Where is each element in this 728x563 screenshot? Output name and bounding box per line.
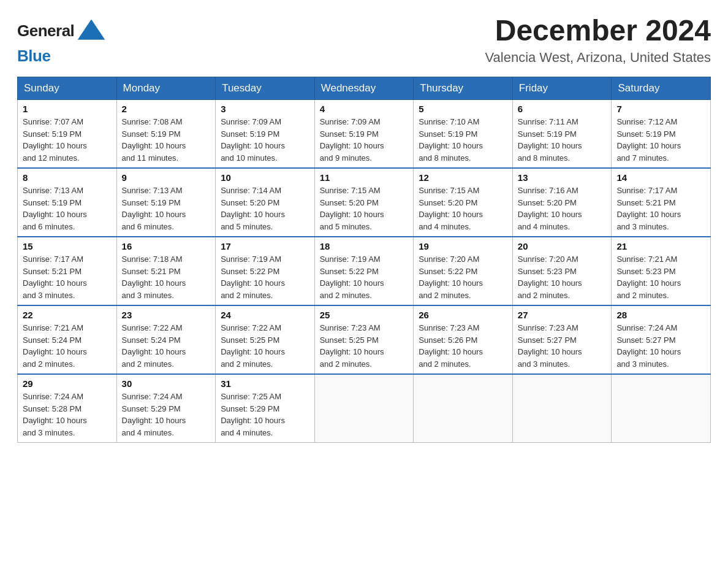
calendar-cell: 6Sunrise: 7:11 AMSunset: 5:19 PMDaylight… <box>512 100 612 169</box>
day-number: 31 <box>221 378 309 389</box>
day-info: Sunrise: 7:10 AMSunset: 5:19 PMDaylight:… <box>419 116 507 164</box>
day-info: Sunrise: 7:16 AMSunset: 5:20 PMDaylight:… <box>518 185 607 232</box>
day-info: Sunrise: 7:17 AMSunset: 5:21 PMDaylight:… <box>616 185 705 232</box>
logo-triangle-icon <box>75 15 107 47</box>
calendar-cell <box>414 374 513 443</box>
logo-blue-text: Blue <box>17 47 107 66</box>
day-info: Sunrise: 7:15 AMSunset: 5:20 PMDaylight:… <box>320 185 409 232</box>
day-number: 20 <box>518 241 607 251</box>
page-subtitle: Valencia West, Arizona, United States <box>485 50 711 66</box>
day-number: 25 <box>320 310 409 320</box>
calendar-cell: 18Sunrise: 7:19 AMSunset: 5:22 PMDayligh… <box>314 237 414 305</box>
calendar-cell: 3Sunrise: 7:09 AMSunset: 5:19 PMDaylight… <box>216 100 315 169</box>
day-number: 12 <box>419 172 507 183</box>
calendar-week-row: 15Sunrise: 7:17 AMSunset: 5:21 PMDayligh… <box>18 237 711 305</box>
day-info: Sunrise: 7:13 AMSunset: 5:19 PMDaylight:… <box>122 185 211 232</box>
day-info: Sunrise: 7:22 AMSunset: 5:25 PMDaylight:… <box>221 322 309 370</box>
calendar-header-thursday: Thursday <box>414 77 513 100</box>
calendar-cell: 14Sunrise: 7:17 AMSunset: 5:21 PMDayligh… <box>612 168 711 237</box>
calendar-cell: 1Sunrise: 7:07 AMSunset: 5:19 PMDaylight… <box>18 100 117 169</box>
day-info: Sunrise: 7:24 AMSunset: 5:27 PMDaylight:… <box>616 322 705 370</box>
day-number: 24 <box>221 310 309 320</box>
day-number: 11 <box>320 172 409 183</box>
day-info: Sunrise: 7:20 AMSunset: 5:22 PMDaylight:… <box>419 253 507 301</box>
logo: General Blue <box>17 15 107 66</box>
day-number: 10 <box>221 172 309 183</box>
day-number: 13 <box>518 172 607 183</box>
calendar-cell: 23Sunrise: 7:22 AMSunset: 5:24 PMDayligh… <box>116 305 216 374</box>
day-number: 29 <box>23 378 112 389</box>
calendar-cell: 20Sunrise: 7:20 AMSunset: 5:23 PMDayligh… <box>512 237 612 305</box>
day-info: Sunrise: 7:17 AMSunset: 5:21 PMDaylight:… <box>23 253 112 301</box>
calendar-cell: 26Sunrise: 7:23 AMSunset: 5:26 PMDayligh… <box>414 305 513 374</box>
calendar-header-friday: Friday <box>512 77 612 100</box>
day-number: 15 <box>23 241 112 251</box>
calendar-header-monday: Monday <box>116 77 216 100</box>
svg-marker-0 <box>78 19 105 39</box>
day-number: 19 <box>419 241 507 251</box>
day-number: 18 <box>320 241 409 251</box>
day-number: 30 <box>122 378 211 389</box>
day-number: 28 <box>616 310 705 320</box>
day-number: 4 <box>320 104 409 114</box>
day-info: Sunrise: 7:23 AMSunset: 5:26 PMDaylight:… <box>419 322 507 370</box>
calendar-cell: 11Sunrise: 7:15 AMSunset: 5:20 PMDayligh… <box>314 168 414 237</box>
logo-general-text: General <box>17 21 74 40</box>
day-info: Sunrise: 7:21 AMSunset: 5:23 PMDaylight:… <box>616 253 705 301</box>
day-number: 22 <box>23 310 112 320</box>
day-info: Sunrise: 7:25 AMSunset: 5:29 PMDaylight:… <box>221 391 309 439</box>
calendar-cell <box>314 374 414 443</box>
day-info: Sunrise: 7:21 AMSunset: 5:24 PMDaylight:… <box>23 322 112 370</box>
day-number: 8 <box>23 172 112 183</box>
calendar-cell: 13Sunrise: 7:16 AMSunset: 5:20 PMDayligh… <box>512 168 612 237</box>
calendar-cell: 24Sunrise: 7:22 AMSunset: 5:25 PMDayligh… <box>216 305 315 374</box>
calendar-cell <box>512 374 612 443</box>
calendar-cell: 16Sunrise: 7:18 AMSunset: 5:21 PMDayligh… <box>116 237 216 305</box>
calendar-cell: 15Sunrise: 7:17 AMSunset: 5:21 PMDayligh… <box>18 237 117 305</box>
day-number: 5 <box>419 104 507 114</box>
day-info: Sunrise: 7:15 AMSunset: 5:20 PMDaylight:… <box>419 185 507 232</box>
day-number: 2 <box>122 104 211 114</box>
calendar-cell: 28Sunrise: 7:24 AMSunset: 5:27 PMDayligh… <box>612 305 711 374</box>
calendar-week-row: 8Sunrise: 7:13 AMSunset: 5:19 PMDaylight… <box>18 168 711 237</box>
calendar-header-saturday: Saturday <box>612 77 711 100</box>
calendar-cell: 21Sunrise: 7:21 AMSunset: 5:23 PMDayligh… <box>612 237 711 305</box>
day-info: Sunrise: 7:12 AMSunset: 5:19 PMDaylight:… <box>616 116 705 164</box>
calendar-cell: 17Sunrise: 7:19 AMSunset: 5:22 PMDayligh… <box>216 237 315 305</box>
calendar-header-row: SundayMondayTuesdayWednesdayThursdayFrid… <box>18 77 711 100</box>
calendar-cell: 10Sunrise: 7:14 AMSunset: 5:20 PMDayligh… <box>216 168 315 237</box>
calendar-cell: 7Sunrise: 7:12 AMSunset: 5:19 PMDaylight… <box>612 100 711 169</box>
calendar-cell: 4Sunrise: 7:09 AMSunset: 5:19 PMDaylight… <box>314 100 414 169</box>
day-info: Sunrise: 7:20 AMSunset: 5:23 PMDaylight:… <box>518 253 607 301</box>
calendar-cell <box>612 374 711 443</box>
day-number: 16 <box>122 241 211 251</box>
calendar-cell: 12Sunrise: 7:15 AMSunset: 5:20 PMDayligh… <box>414 168 513 237</box>
day-number: 17 <box>221 241 309 251</box>
day-number: 26 <box>419 310 507 320</box>
day-info: Sunrise: 7:09 AMSunset: 5:19 PMDaylight:… <box>320 116 409 164</box>
calendar-cell: 9Sunrise: 7:13 AMSunset: 5:19 PMDaylight… <box>116 168 216 237</box>
day-info: Sunrise: 7:24 AMSunset: 5:28 PMDaylight:… <box>23 391 112 439</box>
day-info: Sunrise: 7:23 AMSunset: 5:27 PMDaylight:… <box>518 322 607 370</box>
day-info: Sunrise: 7:19 AMSunset: 5:22 PMDaylight:… <box>320 253 409 301</box>
calendar-cell: 19Sunrise: 7:20 AMSunset: 5:22 PMDayligh… <box>414 237 513 305</box>
calendar-table: SundayMondayTuesdayWednesdayThursdayFrid… <box>17 77 711 443</box>
calendar-week-row: 29Sunrise: 7:24 AMSunset: 5:28 PMDayligh… <box>18 374 711 443</box>
calendar-cell: 8Sunrise: 7:13 AMSunset: 5:19 PMDaylight… <box>18 168 117 237</box>
calendar-cell: 30Sunrise: 7:24 AMSunset: 5:29 PMDayligh… <box>116 374 216 443</box>
day-info: Sunrise: 7:19 AMSunset: 5:22 PMDaylight:… <box>221 253 309 301</box>
calendar-cell: 27Sunrise: 7:23 AMSunset: 5:27 PMDayligh… <box>512 305 612 374</box>
day-info: Sunrise: 7:09 AMSunset: 5:19 PMDaylight:… <box>221 116 309 164</box>
calendar-header-wednesday: Wednesday <box>314 77 414 100</box>
day-number: 3 <box>221 104 309 114</box>
day-number: 23 <box>122 310 211 320</box>
calendar-cell: 22Sunrise: 7:21 AMSunset: 5:24 PMDayligh… <box>18 305 117 374</box>
calendar-cell: 5Sunrise: 7:10 AMSunset: 5:19 PMDaylight… <box>414 100 513 169</box>
day-number: 21 <box>616 241 705 251</box>
calendar-week-row: 22Sunrise: 7:21 AMSunset: 5:24 PMDayligh… <box>18 305 711 374</box>
calendar-cell: 25Sunrise: 7:23 AMSunset: 5:25 PMDayligh… <box>314 305 414 374</box>
calendar-week-row: 1Sunrise: 7:07 AMSunset: 5:19 PMDaylight… <box>18 100 711 169</box>
calendar-cell: 29Sunrise: 7:24 AMSunset: 5:28 PMDayligh… <box>18 374 117 443</box>
day-info: Sunrise: 7:14 AMSunset: 5:20 PMDaylight:… <box>221 185 309 232</box>
day-number: 27 <box>518 310 607 320</box>
